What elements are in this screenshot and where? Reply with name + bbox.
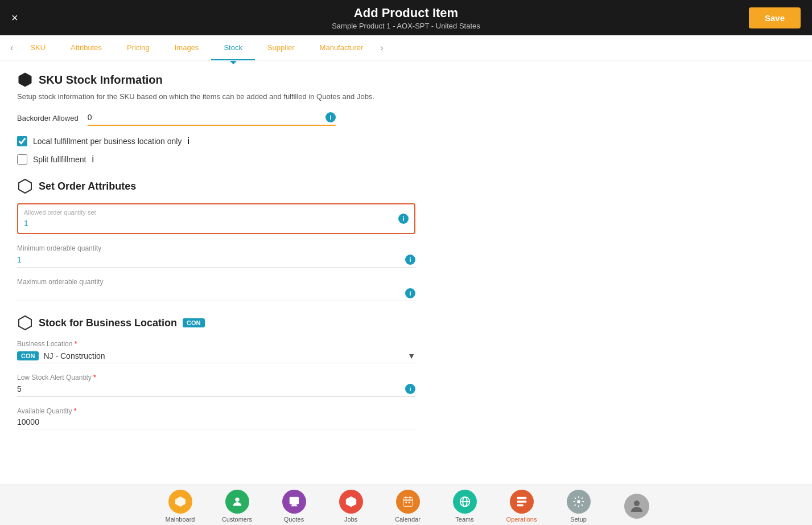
available-qty-field-row <box>17 417 415 429</box>
tabs-prev-arrow[interactable]: ‹ <box>6 37 18 59</box>
low-stock-input[interactable] <box>17 384 401 393</box>
tab-stock[interactable]: Stock <box>211 35 255 60</box>
available-qty-label: Available Quantity * <box>17 407 415 415</box>
local-fulfillment-label: Local fulfillment per business location … <box>33 137 182 146</box>
quotes-label: Quotes <box>284 516 304 523</box>
allowed-qty-input[interactable] <box>24 219 394 228</box>
customers-label: Customers <box>222 516 252 523</box>
svg-marker-6 <box>345 497 356 507</box>
split-fulfillment-label: Split fullfillment <box>33 155 86 164</box>
svg-rect-16 <box>517 497 526 499</box>
header: × Add Product Item Sample Product 1 - AO… <box>0 0 812 35</box>
min-qty-info[interactable]: i <box>405 255 415 265</box>
svg-marker-2 <box>19 316 31 330</box>
backorder-info-btn[interactable]: i <box>325 112 336 122</box>
low-stock-info[interactable]: i <box>405 384 415 394</box>
svg-point-19 <box>577 500 580 503</box>
svg-marker-3 <box>175 497 186 507</box>
split-fulfillment-checkbox[interactable] <box>17 154 27 165</box>
nav-item-customers[interactable]: Customers <box>220 490 254 523</box>
local-fulfillment-checkbox[interactable] <box>17 136 27 146</box>
jobs-label: Jobs <box>344 516 357 523</box>
svg-point-4 <box>235 498 239 502</box>
tab-images[interactable]: Images <box>162 35 212 60</box>
close-button[interactable]: × <box>11 11 18 24</box>
teams-icon <box>453 490 477 514</box>
nav-item-teams[interactable]: Teams <box>448 490 482 523</box>
bottom-navigation: Mainboard Customers Quotes Jobs <box>0 485 812 525</box>
tab-manufacturer[interactable]: Manufacturer <box>307 35 376 60</box>
allowed-qty-field-row: Allowed order quantity set i <box>17 203 415 234</box>
low-stock-field-row: i <box>17 384 415 397</box>
backorder-field-row: i <box>88 112 336 126</box>
allowed-qty-field-group: Allowed order quantity set i <box>17 203 415 234</box>
svg-rect-17 <box>517 501 526 503</box>
operations-icon <box>510 490 534 514</box>
tab-sku[interactable]: SKU <box>18 35 58 60</box>
teams-label: Teams <box>455 516 473 523</box>
nav-item-setup[interactable]: Setup <box>562 490 596 523</box>
tabs-bar: ‹ SKU Attributes Pricing Images Stock Su… <box>0 35 812 60</box>
nav-item-jobs[interactable]: Jobs <box>334 490 368 523</box>
page-title: Add Product Item <box>332 6 480 20</box>
min-qty-field-group: Minimum orderable quantity i <box>17 244 415 268</box>
tab-pricing[interactable]: Pricing <box>114 35 162 60</box>
operations-label: Operations <box>506 516 537 523</box>
hex-icon <box>17 72 33 88</box>
page-subtitle: Sample Product 1 - AOX-SPT - United Stat… <box>332 22 480 30</box>
set-order-section-header: Set Order Attributes <box>17 178 415 194</box>
business-con-badge: CON <box>17 351 39 360</box>
min-qty-input[interactable] <box>17 255 401 264</box>
low-stock-field-group: Low Stock Alert Quantity * i <box>17 374 415 397</box>
local-fulfillment-row: Local fulfillment per business location … <box>17 136 415 146</box>
business-location-label: Business Location * <box>17 340 415 348</box>
backorder-input[interactable] <box>88 113 321 122</box>
calendar-icon <box>396 490 420 514</box>
svg-marker-1 <box>19 179 31 193</box>
max-qty-field-row: i <box>17 288 415 301</box>
business-location-dropdown-arrow[interactable]: ▼ <box>407 351 415 360</box>
allowed-qty-label: Allowed order quantity set <box>24 209 394 216</box>
nav-item-mainboard[interactable]: Mainboard <box>163 490 197 523</box>
con-badge: CON <box>183 318 204 327</box>
tabs-next-arrow[interactable]: › <box>376 37 388 59</box>
svg-rect-7 <box>403 498 413 507</box>
available-qty-field-group: Available Quantity * <box>17 407 415 429</box>
svg-marker-0 <box>19 73 31 87</box>
save-button[interactable]: Save <box>749 7 801 28</box>
sku-stock-title: SKU Stock Information <box>39 73 163 87</box>
jobs-icon <box>339 490 363 514</box>
svg-rect-11 <box>405 502 407 503</box>
max-qty-info[interactable]: i <box>405 288 415 298</box>
business-location-select-row: CON NJ - Construction ▼ <box>17 351 415 363</box>
nav-item-quotes[interactable]: Quotes <box>277 490 311 523</box>
available-qty-input[interactable] <box>17 417 415 426</box>
customers-icon <box>225 490 249 514</box>
mainboard-label: Mainboard <box>166 516 195 523</box>
allowed-qty-info[interactable]: i <box>398 214 409 224</box>
nav-item-operations[interactable]: Operations <box>505 490 539 523</box>
svg-point-20 <box>634 501 640 506</box>
split-fulfillment-info[interactable]: i <box>92 154 94 165</box>
min-qty-field-row: i <box>17 255 415 268</box>
setup-icon <box>567 490 591 514</box>
low-stock-label: Low Stock Alert Quantity * <box>17 374 415 382</box>
split-fulfillment-row: Split fullfillment i <box>17 154 415 165</box>
backorder-field-group: Backorder Allowed i <box>17 112 336 126</box>
stock-business-hex-icon <box>17 315 33 331</box>
tab-attributes[interactable]: Attributes <box>58 35 114 60</box>
sku-stock-description: Setup stock information for the SKU base… <box>17 92 415 101</box>
min-qty-label: Minimum orderable quantity <box>17 244 415 252</box>
max-qty-input[interactable] <box>17 289 401 298</box>
svg-rect-18 <box>517 505 523 507</box>
set-order-title: Set Order Attributes <box>39 181 136 192</box>
tab-supplier[interactable]: Supplier <box>255 35 307 60</box>
svg-rect-5 <box>289 497 299 505</box>
local-fulfillment-info[interactable]: i <box>187 136 189 146</box>
nav-item-calendar[interactable]: Calendar <box>391 490 425 523</box>
svg-rect-12 <box>408 502 410 503</box>
user-avatar[interactable] <box>624 494 649 519</box>
header-title-block: Add Product Item Sample Product 1 - AOX-… <box>332 6 480 30</box>
stock-business-title: Stock for Business Location <box>39 317 177 329</box>
set-order-hex-icon <box>17 178 33 194</box>
